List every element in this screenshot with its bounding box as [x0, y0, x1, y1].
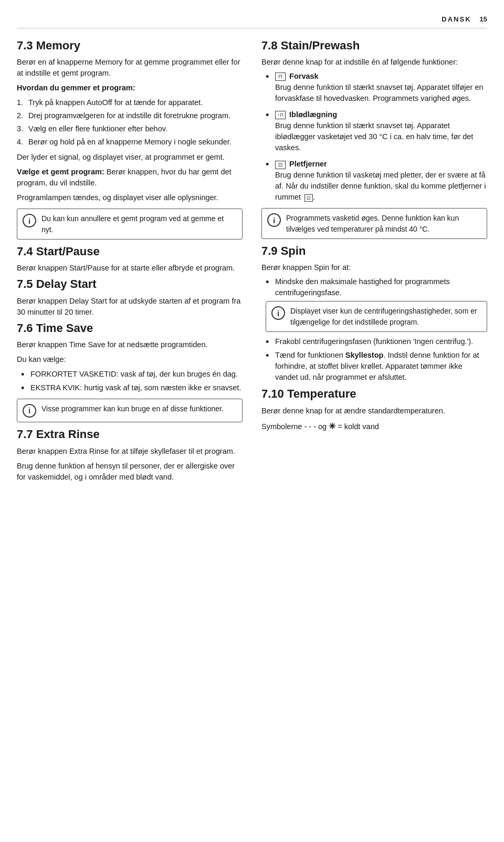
time-save-info-text: Visse programmer kan kun bruge en af dis… [41, 403, 224, 414]
time-save-para-1: Berør knappen Time Save for at nedsætte … [17, 339, 243, 350]
section-stain-prewash: 7.8 Stain/Prewash Berør denne knap for a… [261, 39, 487, 239]
delay-start-para: Berør knappen Delay Start for at udskyde… [17, 296, 243, 318]
list-item: 2. Drej programvælgeren for at indstille… [17, 110, 243, 121]
memory-info-text: Du kan kun annullere et gemt program ved… [41, 213, 237, 235]
memory-para-1: Berør en af knapperne Memory for at gemm… [17, 57, 243, 79]
list-item: • Mindske den maksimale hastighed for pr… [266, 276, 487, 298]
info-icon: i [23, 214, 36, 227]
right-column: 7.8 Stain/Prewash Berør denne knap for a… [261, 39, 487, 825]
section-title-time-save: 7.6 Time Save [17, 321, 243, 335]
section-time-save: 7.6 Time Save Berør knappen Time Save fo… [17, 321, 243, 422]
page-number: 15 [480, 15, 487, 25]
plet-head: Pletfjerner [289, 160, 327, 168]
section-spin: 7.9 Spin Berør knappen Spin for at: • Mi… [261, 244, 487, 383]
section-memory: 7.3 Memory Berør en af knapperne Memory … [17, 39, 243, 240]
list-item: • EKSTRA KVIK: hurtig vask af tøj, som n… [21, 382, 243, 393]
page-wrapper: DANSK 15 7.3 Memory Berør en af knappern… [0, 0, 504, 842]
page-header: DANSK 15 [17, 15, 487, 28]
list-item: • ⊡ Pletfjerner Brug denne funktion til … [266, 159, 487, 203]
list-item: • Frakobl centrifugeringsfasen (funktion… [266, 336, 487, 347]
extra-rinse-para-2: Brug denne funktion af hensyn til person… [17, 461, 243, 483]
temperature-intro: Berør denne knap for at ændre standardte… [261, 406, 487, 417]
info-icon: i [271, 306, 285, 320]
memory-para-valg: Vælge et gemt program: Berør knappen, hv… [17, 167, 243, 189]
snowflake-symbol: ✳ [329, 422, 335, 431]
list-item: 4. Berør og hold på en af knapperne Memo… [17, 137, 243, 148]
time-save-info-box: i Visse programmer kan kun bruge en af d… [17, 399, 243, 422]
plet-icon: ⊡ [275, 161, 286, 169]
section-start-pause: 7.4 Start/Pause Berør knappen Start/Paus… [17, 245, 243, 274]
iblod-text: Brug denne funktion til stærkt snavset t… [275, 121, 473, 152]
list-item: • ⊓ Forvask Brug denne funktion til stær… [266, 71, 487, 104]
spin-info-box: i Displayet viser kun de centrifugerings… [266, 301, 487, 332]
iblod-head: Iblødlægning [289, 110, 337, 119]
extra-rinse-para-1: Berør knappen Extra Rinse for at tilføje… [17, 446, 243, 457]
time-save-bullet-list: • FORKORTET VASKETID: vask af tøj, der k… [21, 369, 243, 393]
forvask-text: Brug denne funktion til stærkt snavset t… [275, 83, 484, 102]
spin-info-text: Displayet viser kun de centrifugeringsha… [290, 306, 481, 327]
section-title-stain-prewash: 7.8 Stain/Prewash [261, 39, 487, 53]
language-label: DANSK [442, 15, 471, 25]
spin-intro: Berør knappen Spin for at: [261, 262, 487, 273]
start-pause-para: Berør knappen Start/Pause for at starte … [17, 263, 243, 274]
section-title-spin: 7.9 Spin [261, 244, 487, 258]
left-column: 7.3 Memory Berør en af knapperne Memory … [17, 39, 243, 825]
list-item: • Tænd for funktionen Skyllestop. Indsti… [266, 350, 487, 383]
forvask-head: Forvask [289, 72, 319, 80]
iblod-icon: ↑⊓ [275, 111, 286, 119]
two-column-layout: 7.3 Memory Berør en af knapperne Memory … [17, 39, 487, 825]
section-temperature: 7.10 Temperature Berør denne knap for at… [261, 387, 487, 432]
stain-prewash-info-text: Programmets vasketid øges. Denne funktio… [286, 213, 481, 234]
section-title-extra-rinse: 7.7 Extra Rinse [17, 428, 243, 441]
stain-prewash-bullets: • ⊓ Forvask Brug denne funktion til stær… [266, 71, 487, 203]
info-icon: i [267, 213, 281, 227]
section-title-delay-start: 7.5 Delay Start [17, 277, 243, 291]
section-title-memory: 7.3 Memory [17, 39, 243, 53]
forvask-icon: ⊓ [275, 72, 286, 81]
memory-how-to-save-heading: Hvordan du gemmer et program: [17, 82, 243, 93]
spin-bullets: • Mindske den maksimale hastighed for pr… [266, 276, 487, 383]
section-delay-start: 7.5 Delay Start Berør knappen Delay Star… [17, 277, 243, 317]
plet-room-icon: ⊡ [304, 194, 313, 202]
section-title-start-pause: 7.4 Start/Pause [17, 245, 243, 258]
memory-para-programlampe: Programlampen tændes, og displayet viser… [17, 192, 243, 203]
temperature-footer: Symbolerne - - - og ✳ = koldt vand [261, 420, 487, 432]
list-item: • ↑⊓ Iblødlægning Brug denne funktion ti… [266, 109, 487, 153]
time-save-para-2: Du kan vælge: [17, 354, 243, 365]
section-extra-rinse: 7.7 Extra Rinse Berør knappen Extra Rins… [17, 428, 243, 482]
memory-numbered-list: 1. Tryk på knappen AutoOff for at tænde … [17, 97, 243, 148]
list-item: 3. Vælg en eller flere funktioner efter … [17, 123, 243, 134]
memory-info-box: i Du kan kun annullere et gemt program v… [17, 209, 243, 240]
stain-prewash-intro: Berør denne knap for at indstille én af … [261, 57, 487, 68]
list-item: 1. Tryk på knappen AutoOff for at tænde … [17, 97, 243, 108]
stain-prewash-info-box: i Programmets vasketid øges. Denne funkt… [261, 208, 487, 239]
section-title-temperature: 7.10 Temperature [261, 387, 487, 401]
info-icon: i [23, 404, 36, 418]
list-item: • FORKORTET VASKETID: vask af tøj, der k… [21, 369, 243, 380]
memory-para-signal: Der lyder et signal, og displayet viser,… [17, 152, 243, 163]
